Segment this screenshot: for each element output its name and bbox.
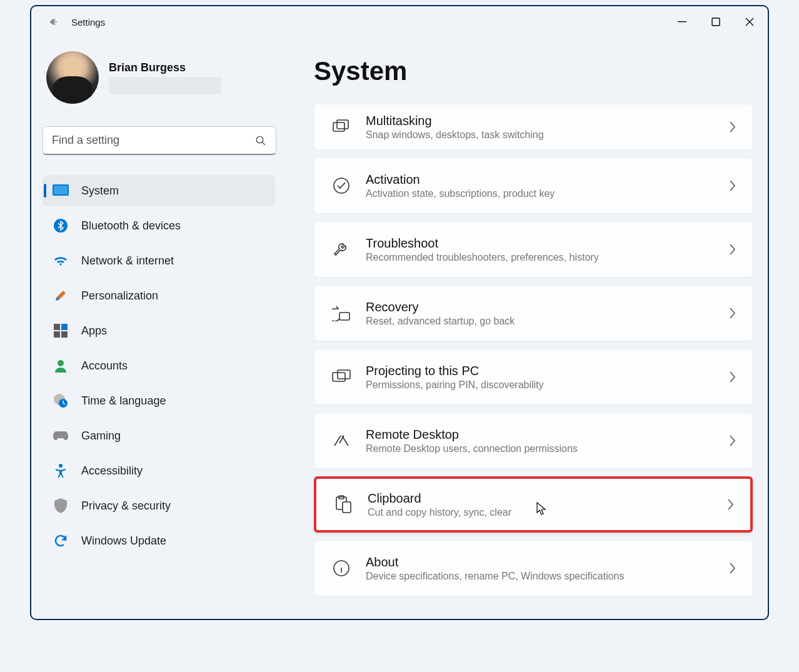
sidebar-item-system[interactable]: System	[43, 175, 275, 206]
search-input[interactable]	[43, 126, 276, 155]
checkmark-circle-icon	[331, 177, 352, 194]
sidebar-item-accounts[interactable]: Accounts	[43, 350, 275, 381]
user-name: Brian Burgess	[109, 61, 221, 74]
maximize-button[interactable]	[699, 9, 733, 34]
sidebar-item-label: System	[81, 184, 119, 198]
card-subtitle: Permissions, pairing PIN, discoverabilit…	[366, 379, 728, 391]
card-title: Projecting to this PC	[366, 364, 728, 378]
card-subtitle: Remote Desktop users, connection permiss…	[366, 443, 728, 454]
settings-cards: Multitasking Snap windows, desktops, tas…	[314, 104, 753, 596]
sidebar-item-apps[interactable]: Apps	[43, 315, 275, 346]
chevron-right-icon	[728, 371, 736, 383]
info-icon	[331, 559, 352, 577]
svg-point-2	[256, 136, 263, 143]
sidebar-item-label: Personalization	[81, 289, 158, 303]
svg-point-13	[59, 464, 63, 468]
card-clipboard[interactable]: Clipboard Cut and copy history, sync, cl…	[314, 476, 753, 533]
svg-rect-14	[333, 123, 344, 131]
card-multitasking[interactable]: Multitasking Snap windows, desktops, tas…	[314, 104, 753, 150]
sidebar-item-bluetooth[interactable]: Bluetooth & devices	[43, 210, 275, 241]
wifi-icon	[53, 253, 69, 269]
remote-desktop-icon	[331, 433, 352, 448]
svg-rect-22	[343, 502, 351, 513]
svg-rect-0	[678, 21, 686, 22]
clipboard-icon	[333, 495, 354, 514]
sidebar-item-accessibility[interactable]: Accessibility	[43, 455, 275, 486]
settings-window: Settings Brian Burgess	[30, 5, 769, 620]
card-title: Recovery	[366, 300, 728, 314]
search-box	[43, 126, 275, 155]
sidebar-item-privacy[interactable]: Privacy & security	[43, 490, 275, 521]
sidebar-item-label: Accounts	[81, 359, 128, 373]
page-title: System	[314, 56, 753, 86]
recovery-icon	[331, 305, 352, 321]
svg-rect-17	[339, 313, 349, 320]
chevron-right-icon	[728, 243, 736, 256]
sidebar-item-gaming[interactable]: Gaming	[43, 420, 275, 451]
close-icon	[745, 18, 754, 26]
sidebar-item-label: Network & internet	[81, 254, 174, 268]
sidebar-item-label: Time & language	[81, 394, 166, 408]
person-icon	[53, 358, 69, 374]
card-title: Remote Desktop	[366, 428, 728, 442]
minimize-button[interactable]	[665, 9, 699, 34]
sidebar-item-label: Gaming	[81, 429, 121, 443]
system-icon	[53, 183, 69, 199]
back-button[interactable]	[41, 9, 66, 34]
sidebar-item-time-language[interactable]: Time & language	[43, 385, 275, 416]
bluetooth-icon	[53, 218, 69, 234]
card-title: Multitasking	[366, 114, 728, 128]
card-subtitle: Recommended troubleshooters, preferences…	[366, 252, 728, 263]
card-projecting[interactable]: Projecting to this PC Permissions, pairi…	[314, 349, 753, 405]
titlebar: Settings	[31, 6, 768, 38]
avatar	[46, 51, 99, 104]
svg-rect-1	[712, 18, 720, 26]
sidebar-item-windows-update[interactable]: Windows Update	[43, 525, 275, 556]
chevron-right-icon	[728, 307, 736, 319]
card-activation[interactable]: Activation Activation state, subscriptio…	[314, 158, 753, 214]
paintbrush-icon	[53, 288, 69, 304]
card-recovery[interactable]: Recovery Reset, advanced startup, go bac…	[314, 285, 753, 341]
sidebar-item-label: Bluetooth & devices	[81, 219, 181, 233]
sidebar-nav: System Bluetooth & devices Network & int…	[43, 175, 275, 556]
close-button[interactable]	[733, 9, 766, 34]
minimize-icon	[678, 18, 686, 26]
card-remote-desktop[interactable]: Remote Desktop Remote Desktop users, con…	[314, 413, 753, 469]
user-info: Brian Burgess	[109, 61, 221, 94]
sidebar-item-personalization[interactable]: Personalization	[43, 280, 275, 311]
arrow-left-icon	[48, 16, 59, 28]
wrench-icon	[331, 241, 352, 258]
svg-rect-6	[54, 324, 60, 330]
sidebar-item-network[interactable]: Network & internet	[43, 245, 275, 276]
maximize-icon	[711, 18, 720, 26]
svg-rect-4	[54, 186, 68, 194]
chevron-right-icon	[726, 498, 734, 511]
svg-rect-15	[337, 120, 348, 129]
card-subtitle: Cut and copy history, sync, clear	[368, 507, 726, 518]
sidebar-item-label: Windows Update	[81, 534, 166, 548]
svg-rect-8	[54, 331, 60, 338]
card-about[interactable]: About Device specifications, rename PC, …	[314, 540, 753, 596]
accessibility-icon	[53, 463, 69, 479]
content-area: System Multitasking Snap windows, deskto…	[286, 38, 768, 619]
sync-icon	[53, 533, 69, 549]
card-troubleshoot[interactable]: Troubleshoot Recommended troubleshooters…	[314, 221, 753, 278]
svg-rect-7	[61, 324, 68, 330]
card-title: About	[366, 555, 728, 569]
clock-globe-icon	[53, 393, 69, 409]
card-subtitle: Device specifications, rename PC, Window…	[366, 571, 728, 582]
gamepad-icon	[53, 428, 69, 444]
svg-rect-18	[333, 373, 345, 381]
user-account-row[interactable]: Brian Burgess	[43, 51, 275, 110]
card-subtitle: Snap windows, desktops, task switching	[366, 129, 728, 141]
card-title: Clipboard	[368, 491, 726, 506]
sidebar: Brian Burgess System	[31, 38, 286, 619]
svg-rect-19	[338, 370, 350, 379]
multitasking-icon	[331, 119, 352, 134]
svg-point-10	[58, 360, 64, 366]
window-controls	[665, 9, 766, 34]
app-title: Settings	[71, 17, 105, 28]
chevron-right-icon	[728, 434, 736, 447]
sidebar-item-label: Accessibility	[81, 464, 143, 478]
sidebar-item-label: Privacy & security	[81, 499, 171, 513]
